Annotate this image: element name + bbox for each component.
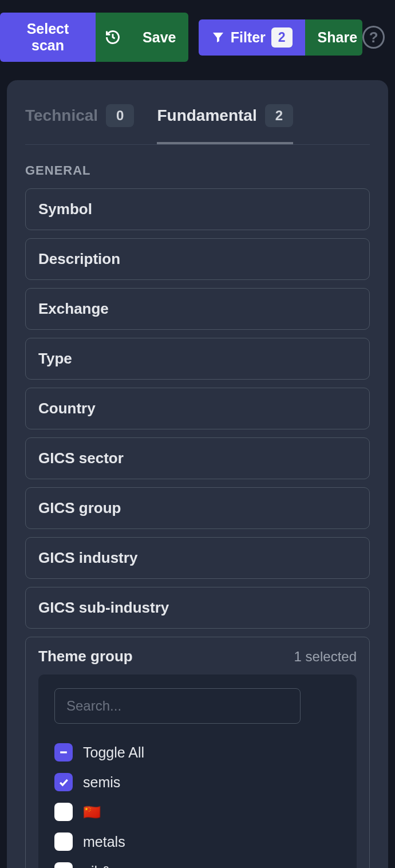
option-metals-label: metals (83, 834, 125, 850)
theme-group-label: Theme group (38, 648, 133, 665)
filter-share-group: Filter 2 Share (199, 19, 363, 56)
theme-group-selected-count: 1 selected (294, 649, 357, 665)
option-semis-label: semis (83, 774, 120, 791)
scan-group: Select scan Save (0, 13, 188, 62)
filter-icon (211, 30, 225, 44)
filter-count-badge: 2 (271, 27, 293, 48)
toggle-all-checkbox[interactable] (54, 743, 73, 762)
field-type[interactable]: Type (25, 338, 370, 380)
filter-panel: Technical 0 Fundamental 2 GENERAL Symbol… (7, 80, 388, 868)
tab-fundamental[interactable]: Fundamental 2 (157, 96, 293, 144)
option-oil-gas-label: oil & gas (83, 863, 138, 869)
field-symbol[interactable]: Symbol (25, 188, 370, 230)
option-semis[interactable]: semis (54, 767, 341, 797)
theme-group-dropdown: Toggle All semis 🇨🇳 metals oil & gas (38, 674, 357, 868)
help-button[interactable]: ? (362, 26, 385, 49)
field-theme-group: Theme group 1 selected Toggle All semis … (25, 637, 370, 868)
save-button[interactable]: Save (130, 13, 188, 62)
tab-technical-label: Technical (25, 106, 98, 125)
tab-technical-count: 0 (106, 104, 134, 127)
help-icon: ? (369, 29, 378, 46)
toggle-all-label: Toggle All (83, 744, 144, 761)
select-scan-button[interactable]: Select scan (0, 13, 96, 62)
filter-button[interactable]: Filter 2 (199, 19, 305, 56)
option-oil-gas-checkbox[interactable] (54, 862, 73, 868)
option-metals-checkbox[interactable] (54, 833, 73, 851)
tab-fundamental-count: 2 (265, 104, 293, 127)
history-icon (105, 29, 121, 45)
field-gics-group[interactable]: GICS group (25, 487, 370, 529)
share-button[interactable]: Share (305, 19, 363, 56)
tabs: Technical 0 Fundamental 2 (25, 96, 370, 145)
option-oil-gas[interactable]: oil & gas (54, 857, 341, 868)
toggle-all-option[interactable]: Toggle All (54, 737, 341, 767)
field-gics-sector[interactable]: GICS sector (25, 437, 370, 479)
option-china[interactable]: 🇨🇳 (54, 797, 341, 827)
tab-technical[interactable]: Technical 0 (25, 96, 134, 144)
minus-icon (58, 747, 69, 758)
theme-group-search-input[interactable] (54, 688, 301, 724)
filter-label: Filter (231, 29, 266, 46)
section-header-general: GENERAL (25, 163, 370, 178)
field-description[interactable]: Description (25, 238, 370, 280)
field-country[interactable]: Country (25, 388, 370, 429)
toolbar: Select scan Save Filter 2 Share ? (0, 0, 395, 74)
field-gics-sub-industry[interactable]: GICS sub-industry (25, 587, 370, 629)
option-metals[interactable]: metals (54, 827, 341, 857)
option-semis-checkbox[interactable] (54, 773, 73, 791)
field-gics-industry[interactable]: GICS industry (25, 537, 370, 579)
check-icon (58, 776, 69, 788)
tab-fundamental-label: Fundamental (157, 106, 256, 125)
option-china-label: 🇨🇳 (83, 804, 101, 820)
option-china-checkbox[interactable] (54, 803, 73, 821)
theme-group-header[interactable]: Theme group 1 selected (38, 648, 357, 665)
field-exchange[interactable]: Exchange (25, 288, 370, 330)
history-button[interactable] (96, 13, 130, 62)
